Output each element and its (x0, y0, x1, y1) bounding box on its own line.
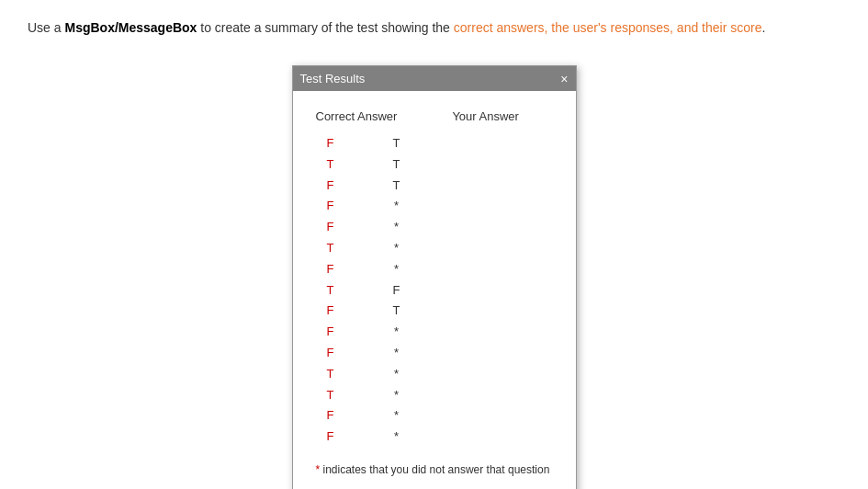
user-answer-cell: * (391, 344, 402, 363)
correct-answer-cell: T (325, 365, 336, 384)
correct-answer-cell: F (325, 301, 336, 321)
intro-highlight: correct answers, the user's responses, a… (454, 20, 762, 35)
dialog-body: Correct Answer Your Answer FTFFFTFTFFFTT… (293, 91, 576, 489)
correct-answer-cell: T (325, 281, 336, 301)
user-answer-cell: T (391, 301, 402, 321)
user-answer-cell: * (391, 406, 402, 426)
correct-answer-cell: F (325, 134, 336, 154)
correct-answer-cell: F (325, 427, 336, 447)
dialog-titlebar: Test Results × (293, 66, 576, 91)
dialog-container: Test Results × Correct Answer Your Answe… (28, 65, 840, 489)
correct-answer-cell: F (325, 406, 336, 426)
correct-answer-cell: F (325, 176, 336, 196)
intro-middle: to create a summary of the test showing … (197, 20, 453, 35)
correct-answers-col: FTFFFTFTFFFTTFF (325, 134, 336, 447)
user-answer-cell: * (391, 323, 402, 342)
test-results-dialog: Test Results × Correct Answer Your Answe… (292, 65, 577, 489)
user-answer-cell: * (391, 218, 402, 237)
intro-prefix: Use a (28, 20, 64, 35)
user-answer-cell: T (391, 176, 402, 196)
correct-answer-cell: T (325, 239, 336, 258)
correct-answer-cell: F (325, 260, 336, 279)
footnote-text: indicates that you did not answer that q… (320, 463, 549, 476)
user-answer-cell: * (391, 386, 402, 405)
answers-table: FTFFFTFTFFFTTFF TTT****FT****** (325, 134, 553, 447)
correct-answer-header: Correct Answer (316, 109, 398, 123)
correct-answer-cell: T (325, 155, 336, 175)
answers-header: Correct Answer Your Answer (316, 109, 553, 123)
intro-suffix: . (761, 20, 765, 35)
close-button[interactable]: × (560, 73, 568, 85)
user-answer-cell: F (391, 281, 402, 301)
correct-answer-cell: F (325, 323, 336, 342)
user-answer-header: Your Answer (452, 109, 519, 123)
correct-answer-cell: T (325, 386, 336, 405)
correct-answer-cell: F (325, 344, 336, 363)
footnote: * indicates that you did not answer that… (316, 463, 553, 476)
correct-answer-cell: F (325, 218, 336, 237)
user-answer-cell: T (391, 155, 402, 175)
user-answer-cell: * (391, 239, 402, 258)
dialog-title: Test Results (300, 72, 366, 85)
user-answer-cell: T (391, 134, 402, 154)
correct-answer-cell: F (325, 197, 336, 216)
user-answer-cell: * (391, 365, 402, 384)
user-answers-col: TTT****FT****** (391, 134, 402, 447)
user-answer-cell: * (391, 427, 402, 447)
user-answer-cell: * (391, 260, 402, 279)
intro-bold: MsgBox/MessageBox (64, 20, 197, 35)
intro-paragraph: Use a MsgBox/MessageBox to create a summ… (28, 18, 840, 38)
user-answer-cell: * (391, 197, 402, 216)
